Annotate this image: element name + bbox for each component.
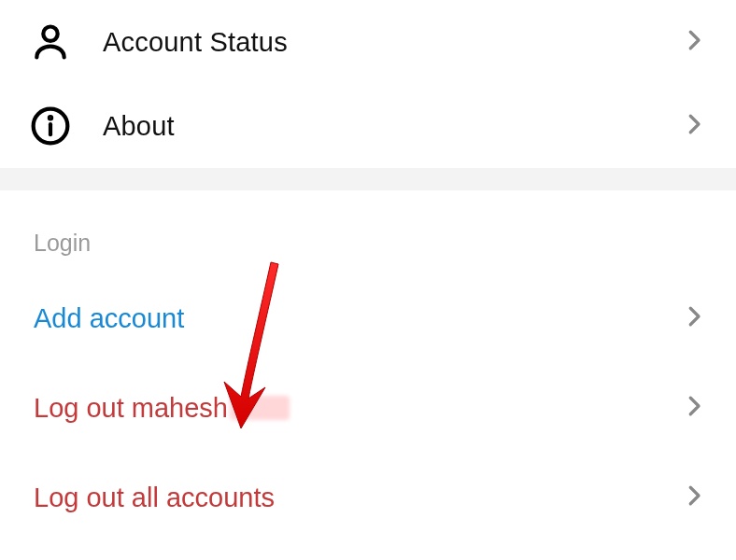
svg-point-3: [50, 117, 51, 119]
settings-item-label: About: [103, 111, 680, 142]
svg-point-0: [43, 27, 57, 41]
person-icon: [28, 20, 73, 64]
settings-item-account-status[interactable]: Account Status: [0, 0, 736, 84]
redacted-block: [230, 396, 290, 420]
logout-user-item[interactable]: Log out mahesh: [0, 363, 736, 453]
settings-item-label: Account Status: [103, 27, 680, 58]
chevron-right-icon: [680, 392, 708, 424]
info-icon: [28, 104, 73, 148]
chevron-right-icon: [680, 110, 708, 142]
logout-user-label: Log out mahesh: [34, 393, 680, 424]
chevron-right-icon: [680, 26, 708, 58]
logout-prefix: Log out: [34, 393, 132, 423]
logout-username: mahesh: [132, 393, 228, 423]
section-divider: [0, 168, 736, 190]
add-account-label: Add account: [34, 303, 680, 334]
logout-all-item[interactable]: Log out all accounts: [0, 453, 736, 542]
chevron-right-icon: [680, 482, 708, 513]
settings-item-about[interactable]: About: [0, 84, 736, 168]
login-section-header: Login: [0, 190, 736, 273]
logout-all-label: Log out all accounts: [34, 483, 680, 513]
add-account-item[interactable]: Add account: [0, 273, 736, 363]
chevron-right-icon: [680, 302, 708, 334]
